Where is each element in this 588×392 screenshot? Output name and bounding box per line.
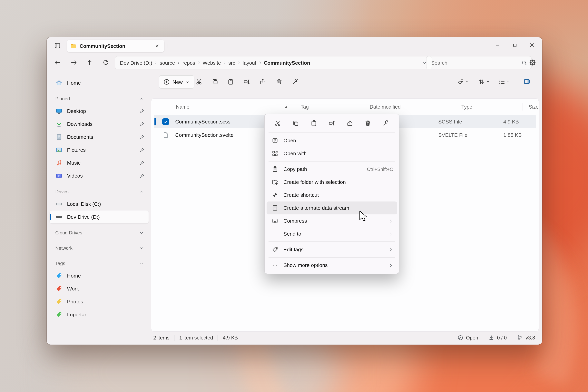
layout-button[interactable] [497, 75, 512, 88]
pin-icon[interactable] [140, 148, 145, 152]
sidebar-item-music[interactable]: Music [50, 156, 148, 169]
pin-icon[interactable] [140, 160, 145, 166]
menu-item-create-folder-with-selection[interactable]: Create folder with selection [266, 176, 397, 188]
open-with-icon [271, 150, 278, 157]
git-sync-status[interactable]: 0 / 0 [488, 335, 507, 341]
sidebar-item-videos[interactable]: Videos [50, 169, 148, 182]
menu-item-edit-tags[interactable]: Edit tags [266, 243, 397, 256]
back-button[interactable] [51, 56, 63, 68]
paste-button[interactable] [308, 117, 320, 129]
column-header-type[interactable]: Type [454, 99, 523, 115]
column-header-name[interactable]: Name [151, 99, 292, 115]
breadcrumb-item[interactable]: Dev Drive (D:) [120, 60, 152, 66]
close-window-button[interactable] [523, 37, 540, 53]
chevron-down-icon[interactable] [139, 230, 144, 235]
sort-button[interactable] [477, 75, 492, 88]
sidebar-item-label: Music [67, 160, 80, 166]
cut-button[interactable] [272, 117, 284, 129]
view-options-button[interactable] [456, 75, 471, 88]
delete-button[interactable] [362, 117, 374, 129]
sidebar-item-downloads[interactable]: Downloads [50, 118, 148, 130]
column-header-date-modified[interactable]: Date modified [364, 99, 454, 115]
menu-item-copy-path[interactable]: Copy path Ctrl+Shift+C [266, 163, 397, 176]
share-button[interactable] [256, 75, 269, 88]
menu-item-create-alternate-data-stream[interactable]: Create alternate data stream [266, 202, 397, 214]
sidebar-section-drives[interactable]: Drives [50, 186, 148, 198]
menu-separator [268, 132, 395, 133]
sidebar-tag-important[interactable]: Important [50, 308, 148, 321]
breadcrumb-item[interactable]: source [160, 60, 175, 66]
pin-icon[interactable] [140, 134, 145, 140]
sidebar-section-pinned[interactable]: Pinned [50, 93, 148, 105]
preview-pane-toggle[interactable] [520, 75, 534, 88]
downloads-icon [56, 121, 62, 128]
breadcrumb-item[interactable]: src [228, 60, 235, 66]
chevron-down-icon[interactable] [139, 246, 144, 250]
sidebar-item-local-disk-c[interactable]: Local Disk (C:) [50, 198, 148, 210]
new-button[interactable]: New [159, 75, 194, 88]
paste-button[interactable] [224, 75, 237, 88]
menu-item-open[interactable]: Open [266, 134, 397, 147]
sidebar-item-home[interactable]: Home [50, 76, 148, 90]
tab-communitysection[interactable]: CommunitySection [67, 40, 164, 52]
settings-button[interactable] [526, 56, 538, 68]
sidebar-item-dev-drive-d[interactable]: Dev Drive (D:) [50, 210, 148, 224]
sidebar-section-tags[interactable]: Tags [50, 258, 148, 269]
submenu-chevron-icon [388, 247, 393, 252]
sidebar-item-pictures[interactable]: Pictures [50, 144, 148, 156]
up-button[interactable] [84, 56, 95, 68]
git-open-status[interactable]: Open [457, 335, 478, 341]
breadcrumb-item[interactable]: Website [203, 60, 221, 66]
pin-icon[interactable] [140, 173, 145, 178]
home-icon [56, 80, 62, 86]
chevron-up-icon[interactable] [139, 189, 144, 194]
column-header-size[interactable]: Size [523, 99, 539, 115]
column-header-tag[interactable]: Tag [292, 99, 364, 115]
refresh-button[interactable] [100, 56, 112, 68]
breadcrumb-item[interactable]: layout [243, 60, 256, 66]
tools-button[interactable] [288, 75, 302, 88]
search-box[interactable] [426, 56, 532, 70]
tools-button[interactable] [380, 117, 392, 129]
sidebar-section-cloud-drives[interactable]: Cloud Drives [50, 227, 148, 239]
pin-icon[interactable] [140, 108, 145, 114]
column-label: Date modified [370, 104, 400, 110]
git-branch-status[interactable]: v3.8 [517, 335, 535, 341]
search-input[interactable] [430, 60, 521, 66]
wrench-icon [383, 120, 390, 126]
sidebar-item-desktop[interactable]: Desktop [50, 105, 148, 118]
menu-item-send-to[interactable]: Send to [266, 227, 397, 240]
breadcrumb-item-current[interactable]: CommunitySection [264, 60, 310, 66]
mouse-cursor [359, 210, 367, 223]
tab-list-button[interactable] [51, 40, 63, 51]
menu-item-label: Show more options [284, 262, 328, 268]
minimize-button[interactable] [489, 37, 506, 53]
copy-button[interactable] [290, 117, 302, 129]
sidebar-item-documents[interactable]: Documents [50, 130, 148, 144]
share-button[interactable] [344, 117, 356, 129]
sidebar-tag-work[interactable]: Work [50, 282, 148, 295]
sidebar-tag-home[interactable]: Home [50, 269, 148, 282]
copy-button[interactable] [208, 75, 222, 88]
tab-close-button[interactable] [153, 42, 161, 50]
forward-button[interactable] [68, 56, 80, 68]
menu-item-show-more-options[interactable]: Show more options [266, 259, 397, 272]
new-tab-button[interactable] [163, 41, 173, 50]
chevron-up-icon[interactable] [139, 96, 144, 101]
drive-icon [56, 214, 62, 220]
maximize-button[interactable] [506, 37, 523, 53]
menu-item-open-with[interactable]: Open with [266, 147, 397, 160]
breadcrumb[interactable]: Dev Drive (D:) source repos Website src … [115, 56, 432, 70]
breadcrumb-item[interactable]: repos [182, 60, 195, 66]
menu-item-create-shortcut[interactable]: Create shortcut [266, 188, 397, 202]
delete-button[interactable] [272, 75, 286, 88]
sidebar-tag-photos[interactable]: Photos [50, 295, 148, 308]
rename-button[interactable] [326, 117, 338, 129]
menu-item-compress[interactable]: Compress [266, 214, 397, 227]
rename-button[interactable] [240, 75, 253, 88]
selected-checkbox[interactable] [162, 118, 169, 125]
cut-button[interactable] [192, 75, 206, 88]
sidebar-section-network[interactable]: Network [50, 242, 148, 254]
pin-icon[interactable] [140, 122, 145, 126]
chevron-up-icon[interactable] [139, 261, 144, 266]
